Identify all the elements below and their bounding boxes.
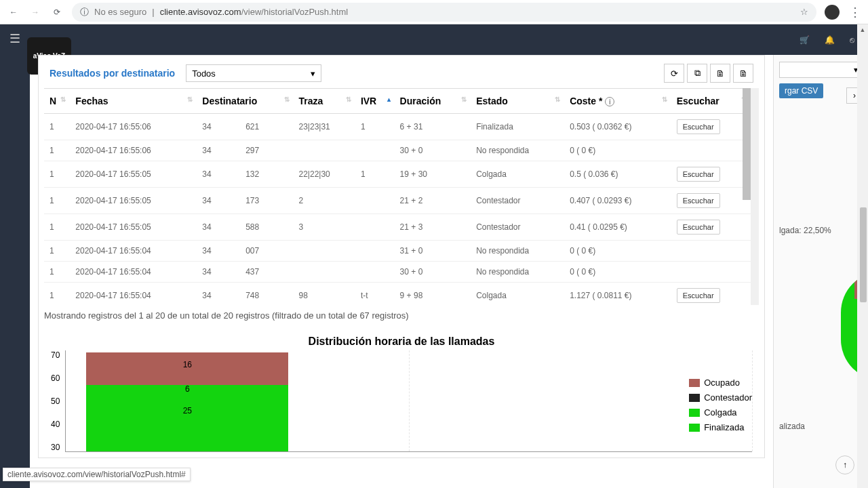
scroll-top-button[interactable]: ↑ [835,455,854,474]
seg-colgada: 6 [86,385,288,396]
refresh-button[interactable]: ⟳ [664,64,684,83]
table-row: 12020-04-17 16:55:043400731 + 0No respon… [44,241,751,262]
download-csv-button[interactable]: rgar CSV [779,83,823,98]
address-bar[interactable]: ⓘ No es seguro | cliente.avisovoz.com/vi… [72,3,816,22]
col-destinatario[interactable]: Destinatario [197,89,293,114]
logout-icon[interactable]: ⎋ [850,35,854,45]
right-sidebar: ▾ rgar CSV › lgada: 22,50% alizada ↑ [773,55,868,488]
back-button[interactable]: ← [7,5,20,19]
seg-ocupado: 16 [86,352,288,385]
chart-plot-area: 16 6 25 Ocupado Contestador Colgada Fina… [65,350,752,452]
col-traza[interactable]: Traza [294,89,355,114]
chart-legend: Ocupado Contestador Colgada Finalizada [689,378,752,437]
export-pdf-button[interactable]: 🗎 [710,64,730,83]
finalizada-label: alizada [779,422,863,431]
right-dropdown[interactable]: ▾ [779,62,863,78]
table-row: 12020-04-17 16:55:053413222|22|30119 + 3… [44,161,751,188]
hourly-chart: 7060504030 16 6 25 Ocupado Conte [44,350,759,452]
col-duracion[interactable]: Duración [395,89,471,114]
col-ivr[interactable]: IVR [355,89,395,114]
app-sidebar: ☰ [0,24,30,488]
page-scrollbar-thumb[interactable] [860,207,867,302]
bell-icon[interactable]: 🔔 [825,35,835,45]
table-row: 12020-04-17 16:55:063429730 + 0No respon… [44,140,751,161]
table-row: 12020-04-17 16:55:0534173221 + 2Contesta… [44,188,751,214]
hamburger-icon[interactable]: ☰ [9,31,20,46]
forward-button[interactable]: → [28,5,42,19]
profile-avatar[interactable] [825,5,840,20]
page-scrollbar[interactable]: ▲ [857,24,868,488]
status-bar-url: cliente.avisovoz.com/view/historialVozPu… [3,468,191,481]
listen-button[interactable]: Escuchar [677,119,720,134]
scroll-up-arrow[interactable]: ▲ [857,24,868,35]
listen-button[interactable]: Escuchar [677,193,720,208]
insecure-icon: ⓘ [80,6,89,18]
cart-icon[interactable]: 🛒 [800,35,810,45]
results-table: N Fechas Destinatario Traza IVR Duración… [44,88,751,305]
listen-button[interactable]: Escuchar [677,167,720,182]
table-row: 12020-04-17 16:55:043474898t-t9 + 98Colg… [44,283,751,306]
tab-resultados[interactable]: Resultados por destinatario [50,68,175,79]
export-xls-button[interactable]: 🗎 [733,64,753,83]
col-n[interactable]: N [44,89,70,114]
table-row: 12020-04-17 16:55:0534588321 + 3Contesta… [44,214,751,241]
col-coste[interactable]: Coste * i [564,89,671,114]
col-estado[interactable]: Estado [471,89,564,114]
seg-finalizada: 25 [86,396,288,451]
table-row: 12020-04-17 16:55:043443730 + 0No respon… [44,262,751,283]
listen-button[interactable]: Escuchar [677,220,720,235]
menu-icon[interactable]: ⋮ [849,5,861,20]
chevron-down-icon: ▾ [311,68,315,79]
col-fechas[interactable]: Fechas [70,89,197,114]
table-row: 12020-04-17 16:55:063462123|23|3116 + 31… [44,114,751,140]
chart-bar-stack: 16 6 25 [86,352,288,451]
copy-button[interactable]: ⧉ [687,64,707,83]
reload-button[interactable]: ⟳ [50,5,64,19]
pct-label: lgada: 22,50% [779,226,863,235]
chart-title: Distribución horaria de las llamadas [44,326,759,350]
info-icon[interactable]: i [605,97,614,106]
filter-select[interactable]: Todos ▾ [186,64,321,82]
listen-button[interactable]: Escuchar [677,288,720,303]
star-icon[interactable]: ☆ [800,7,808,17]
col-escuchar[interactable]: Escuchar [671,89,751,114]
app-topbar: 🛒 🔔 ⎋ [30,24,868,55]
insecure-label: No es seguro [94,7,146,17]
browser-toolbar: ← → ⟳ ⓘ No es seguro | cliente.avisovoz.… [0,0,868,24]
table-scrollbar-thumb[interactable] [743,88,751,200]
table-footer-info: Mostrando registros del 1 al 20 de un to… [44,305,759,326]
results-table-wrap: N Fechas Destinatario Traza IVR Duración… [44,88,759,305]
chart-y-axis: 7060504030 [51,350,65,452]
